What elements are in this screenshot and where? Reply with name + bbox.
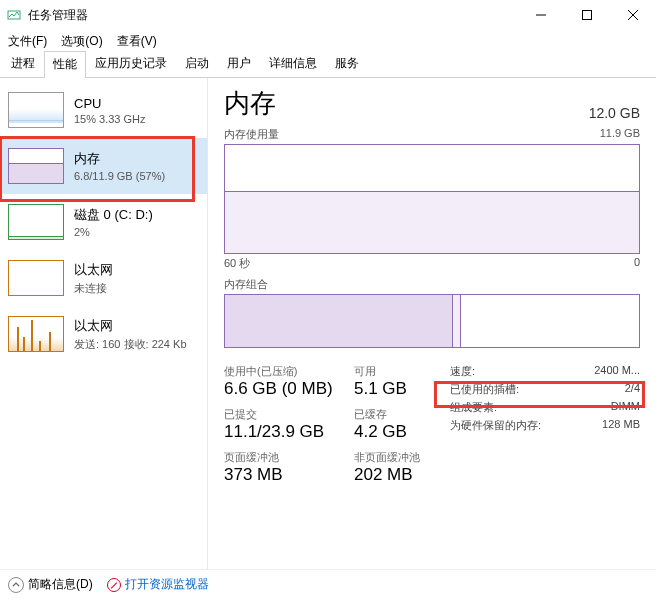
svg-rect-0 xyxy=(8,11,20,19)
open-resource-monitor-link[interactable]: 打开资源监视器 xyxy=(107,576,209,593)
info-value-form: DIMM xyxy=(611,400,640,415)
sidebar-item-sub: 2% xyxy=(74,226,153,238)
stat-value-nonpaged: 202 MB xyxy=(354,465,444,485)
sidebar-item-label: 以太网 xyxy=(74,317,187,335)
stat-label-cached: 已缓存 xyxy=(354,407,444,422)
minimize-button[interactable] xyxy=(518,0,564,30)
memory-composition-chart xyxy=(224,294,640,348)
titlebar: 任务管理器 xyxy=(0,0,656,30)
usage-chart-label: 内存使用量 xyxy=(224,128,279,140)
app-icon xyxy=(6,7,22,23)
ethernet-thumbnail xyxy=(8,260,64,296)
sidebar-item-label: 内存 xyxy=(74,150,165,168)
sidebar-item-sub: 发送: 160 接收: 224 Kb xyxy=(74,337,187,352)
menu-view[interactable]: 查看(V) xyxy=(117,33,157,50)
info-label-form: 组成要素: xyxy=(450,400,497,415)
fewer-details-button[interactable]: 简略信息(D) xyxy=(8,576,93,593)
info-value-reserved: 128 MB xyxy=(602,418,640,433)
stat-label-nonpaged: 非页面缓冲池 xyxy=(354,450,444,465)
memory-usage-chart xyxy=(224,144,640,254)
tabbar: 进程 性能 应用历史记录 启动 用户 详细信息 服务 xyxy=(0,52,656,78)
memory-total: 12.0 GB xyxy=(589,105,640,121)
info-label-slots: 已使用的插槽: xyxy=(450,382,519,397)
cpu-thumbnail xyxy=(8,92,64,128)
usage-chart-max: 11.9 GB xyxy=(600,127,640,139)
svg-rect-2 xyxy=(583,11,592,20)
resource-monitor-icon xyxy=(107,578,121,592)
disk-thumbnail xyxy=(8,204,64,240)
tab-details[interactable]: 详细信息 xyxy=(260,50,326,77)
fewer-details-label: 简略信息(D) xyxy=(28,576,93,593)
sidebar-item-sub: 未连接 xyxy=(74,281,113,296)
info-label-speed: 速度: xyxy=(450,364,475,379)
memory-thumbnail xyxy=(8,148,64,184)
stat-label-available: 可用 xyxy=(354,364,444,379)
sidebar-item-ethernet-1[interactable]: 以太网 未连接 xyxy=(0,250,207,306)
sidebar-item-cpu[interactable]: CPU 15% 3.33 GHz xyxy=(0,82,207,138)
open-resource-monitor-label: 打开资源监视器 xyxy=(125,576,209,593)
menu-options[interactable]: 选项(O) xyxy=(61,33,102,50)
close-button[interactable] xyxy=(610,0,656,30)
tab-startup[interactable]: 启动 xyxy=(176,50,218,77)
stat-label-paged: 页面缓冲池 xyxy=(224,450,354,465)
menu-file[interactable]: 文件(F) xyxy=(8,33,47,50)
stat-value-available: 5.1 GB xyxy=(354,379,444,399)
composition-chart-label: 内存组合 xyxy=(224,278,268,290)
sidebar: CPU 15% 3.33 GHz 内存 6.8/11.9 GB (57%) 磁盘… xyxy=(0,78,208,569)
stat-value-committed: 11.1/23.9 GB xyxy=(224,422,354,442)
axis-time-label: 60 秒 xyxy=(224,257,250,269)
maximize-button[interactable] xyxy=(564,0,610,30)
sidebar-item-memory[interactable]: 内存 6.8/11.9 GB (57%) xyxy=(0,138,207,194)
sidebar-item-sub: 15% 3.33 GHz xyxy=(74,113,146,125)
stat-label-committed: 已提交 xyxy=(224,407,354,422)
sidebar-item-label: 磁盘 0 (C: D:) xyxy=(74,206,153,224)
tab-users[interactable]: 用户 xyxy=(218,50,260,77)
sidebar-item-sub: 6.8/11.9 GB (57%) xyxy=(74,170,165,182)
main-panel: 内存 12.0 GB 内存使用量 11.9 GB 60 秒 0 内存组合 使用中… xyxy=(208,78,656,569)
content: CPU 15% 3.33 GHz 内存 6.8/11.9 GB (57%) 磁盘… xyxy=(0,78,656,569)
stat-value-paged: 373 MB xyxy=(224,465,354,485)
stat-value-cached: 4.2 GB xyxy=(354,422,444,442)
info-value-slots: 2/4 xyxy=(625,382,640,397)
axis-zero-label: 0 xyxy=(634,256,640,268)
info-value-speed: 2400 M... xyxy=(594,364,640,379)
stat-value-in-use: 6.6 GB (0 MB) xyxy=(224,379,354,399)
tab-performance[interactable]: 性能 xyxy=(44,51,86,78)
sidebar-item-label: 以太网 xyxy=(74,261,113,279)
tab-processes[interactable]: 进程 xyxy=(2,50,44,77)
stats-block: 使用中(已压缩) 6.6 GB (0 MB) 可用 5.1 GB 已提交 11.… xyxy=(224,364,640,491)
chevron-up-icon xyxy=(8,577,24,593)
ethernet-thumbnail xyxy=(8,316,64,352)
sidebar-item-disk[interactable]: 磁盘 0 (C: D:) 2% xyxy=(0,194,207,250)
window-controls xyxy=(518,0,656,30)
window-title: 任务管理器 xyxy=(28,7,88,24)
hardware-info: 速度:2400 M... 已使用的插槽:2/4 组成要素:DIMM 为硬件保留的… xyxy=(450,364,640,491)
sidebar-item-ethernet-2[interactable]: 以太网 发送: 160 接收: 224 Kb xyxy=(0,306,207,362)
menubar: 文件(F) 选项(O) 查看(V) xyxy=(0,30,656,52)
tab-app-history[interactable]: 应用历史记录 xyxy=(86,50,176,77)
info-label-reserved: 为硬件保留的内存: xyxy=(450,418,541,433)
footer: 简略信息(D) 打开资源监视器 xyxy=(0,569,656,599)
sidebar-item-label: CPU xyxy=(74,96,146,111)
tab-services[interactable]: 服务 xyxy=(326,50,368,77)
stat-label-in-use: 使用中(已压缩) xyxy=(224,364,354,379)
page-title: 内存 xyxy=(224,86,276,121)
